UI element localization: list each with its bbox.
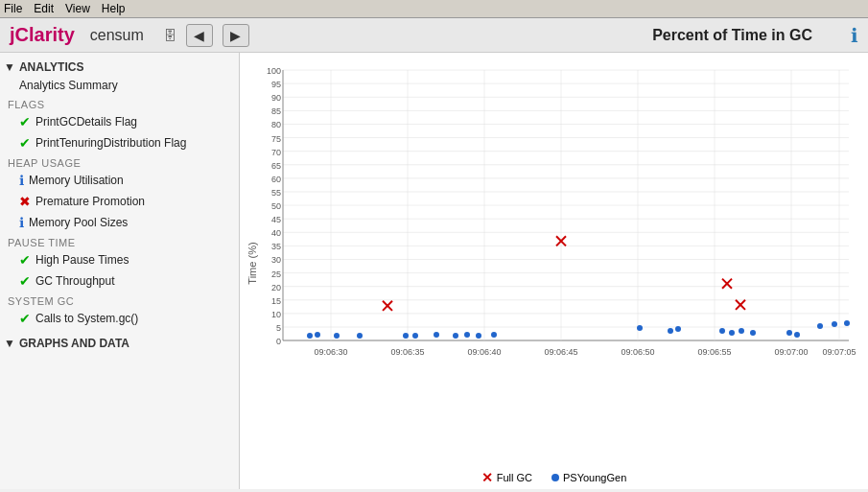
- svg-point-74: [412, 333, 418, 339]
- check-icon-printtenuring: ✔: [19, 135, 31, 151]
- svg-text:30: 30: [271, 255, 281, 265]
- check-icon-gc-throughput: ✔: [19, 273, 31, 289]
- svg-point-83: [719, 328, 725, 334]
- db-icon: 🗄: [163, 28, 176, 43]
- svg-text:85: 85: [271, 106, 281, 116]
- heap-section-label: HEAP USAGE: [0, 153, 239, 170]
- menu-help[interactable]: Help: [102, 2, 126, 15]
- app-title: jClarity: [10, 24, 75, 46]
- analytics-toggle-icon: ▼: [4, 60, 15, 74]
- svg-text:35: 35: [271, 242, 281, 251]
- menu-file[interactable]: File: [4, 2, 22, 15]
- svg-point-88: [794, 332, 800, 338]
- sidebar-item-analytics-summary[interactable]: Analytics Summary: [0, 76, 239, 95]
- info-icon-memory-util: ℹ: [19, 173, 24, 188]
- svg-point-70: [315, 332, 320, 338]
- app-name: censum: [90, 27, 144, 44]
- svg-point-72: [357, 333, 363, 339]
- svg-text:75: 75: [271, 134, 281, 144]
- analytics-summary-label: Analytics Summary: [19, 79, 118, 92]
- svg-text:20: 20: [271, 283, 281, 293]
- memory-utilisation-label: Memory Utilisation: [29, 174, 124, 187]
- chart-svg: Time (%) 100 95 90 85 80: [245, 60, 858, 466]
- svg-text:55: 55: [271, 188, 281, 198]
- graphs-label: GRAPHS AND DATA: [19, 337, 129, 350]
- svg-text:10: 10: [271, 310, 281, 319]
- calls-system-gc-label: Calls to System.gc(): [35, 312, 138, 325]
- svg-point-79: [491, 332, 497, 338]
- printtenuring-label: PrintTenuringDistribution Flag: [35, 136, 186, 150]
- legend-full-gc: ✕ Full GC: [481, 470, 532, 485]
- ps-young-gen-points: [307, 320, 850, 339]
- graphs-toggle-icon: ▼: [4, 337, 15, 350]
- svg-text:09:06:35: 09:06:35: [391, 347, 425, 357]
- svg-text:15: 15: [271, 296, 281, 306]
- svg-text:0: 0: [276, 337, 281, 346]
- svg-point-89: [817, 323, 823, 329]
- svg-text:09:06:40: 09:06:40: [468, 347, 502, 357]
- check-icon-high-pause: ✔: [19, 252, 31, 268]
- svg-text:09:07:05: 09:07:05: [823, 347, 856, 357]
- error-icon-premature: ✖: [19, 194, 31, 209]
- sidebar: ▼ ANALYTICS Analytics Summary FLAGS ✔ Pr…: [0, 53, 240, 489]
- svg-point-71: [334, 333, 340, 339]
- check-icon-system-gc: ✔: [19, 311, 31, 326]
- svg-text:25: 25: [271, 269, 281, 279]
- sidebar-item-printgcdetails[interactable]: ✔ PrintGCDetails Flag: [0, 111, 239, 132]
- memory-pool-sizes-label: Memory Pool Sizes: [29, 216, 128, 229]
- info-icon[interactable]: ℹ: [851, 24, 858, 47]
- svg-point-75: [434, 332, 439, 338]
- svg-point-86: [750, 330, 756, 336]
- sidebar-graphs-header[interactable]: ▼ GRAPHS AND DATA: [0, 333, 239, 352]
- main-container: jClarity censum 🗄 ◀ ▶ Percent of Time in…: [0, 18, 868, 489]
- svg-point-91: [844, 320, 850, 326]
- gc-throughput-label: GC Throughput: [35, 274, 115, 288]
- svg-text:90: 90: [271, 93, 281, 103]
- svg-point-84: [729, 330, 735, 336]
- sidebar-analytics-header[interactable]: ▼ ANALYTICS: [0, 57, 239, 76]
- sidebar-item-memory-utilisation[interactable]: ℹ Memory Utilisation: [0, 170, 239, 191]
- y-axis: 100 95 90 85 80 75 70 65: [267, 66, 849, 346]
- nav-forward-button[interactable]: ▶: [223, 24, 249, 47]
- sidebar-item-calls-system-gc[interactable]: ✔ Calls to System.gc(): [0, 308, 239, 329]
- nav-back-button[interactable]: ◀: [186, 24, 213, 47]
- svg-point-77: [464, 332, 470, 338]
- ps-young-gen-label: PSYoungGen: [563, 472, 626, 483]
- sidebar-item-memory-pool-sizes[interactable]: ℹ Memory Pool Sizes: [0, 212, 239, 233]
- content-area: ▼ ANALYTICS Analytics Summary FLAGS ✔ Pr…: [0, 53, 868, 489]
- high-pause-times-label: High Pause Times: [35, 253, 129, 267]
- svg-text:09:06:45: 09:06:45: [545, 347, 578, 357]
- svg-text:70: 70: [271, 148, 281, 157]
- svg-text:09:06:50: 09:06:50: [622, 347, 655, 357]
- printgcdetails-label: PrintGCDetails Flag: [35, 115, 137, 129]
- full-gc-icon: ✕: [481, 470, 493, 485]
- svg-point-85: [739, 328, 744, 334]
- svg-text:100: 100: [267, 66, 281, 76]
- svg-point-76: [453, 333, 458, 339]
- chart-container: Time (%) 100 95 90 85 80: [245, 60, 858, 466]
- svg-point-82: [675, 326, 681, 332]
- info-icon-pool-sizes: ℹ: [19, 215, 24, 230]
- full-gc-points: [383, 236, 745, 311]
- svg-text:09:07:00: 09:07:00: [775, 347, 809, 357]
- chart-title: Percent of Time in GC: [652, 27, 812, 44]
- ps-young-gen-icon: [551, 474, 559, 481]
- sidebar-item-high-pause-times[interactable]: ✔ High Pause Times: [0, 249, 239, 270]
- svg-point-69: [307, 333, 313, 339]
- svg-point-73: [403, 333, 409, 339]
- analytics-label: ANALYTICS: [19, 60, 84, 74]
- svg-text:5: 5: [276, 323, 281, 333]
- sidebar-item-printtenuring[interactable]: ✔ PrintTenuringDistribution Flag: [0, 132, 239, 153]
- menu-view[interactable]: View: [65, 2, 90, 15]
- x-axis: 09:06:30 09:06:35 09:06:40 09:06:45 09:0…: [315, 70, 856, 357]
- sidebar-item-premature-promotion[interactable]: ✖ Premature Promotion: [0, 191, 239, 212]
- chart-legend: ✕ Full GC PSYoungGen: [240, 466, 868, 489]
- sidebar-item-gc-throughput[interactable]: ✔ GC Throughput: [0, 270, 239, 292]
- svg-point-80: [637, 325, 643, 331]
- svg-text:80: 80: [271, 120, 281, 129]
- systemgc-section-label: SYSTEM GC: [0, 292, 239, 308]
- premature-promotion-label: Premature Promotion: [35, 195, 145, 208]
- chart-area: Time (%) 100 95 90 85 80: [240, 53, 868, 489]
- menu-edit[interactable]: Edit: [34, 2, 54, 15]
- legend-ps-young-gen: PSYoungGen: [551, 470, 626, 485]
